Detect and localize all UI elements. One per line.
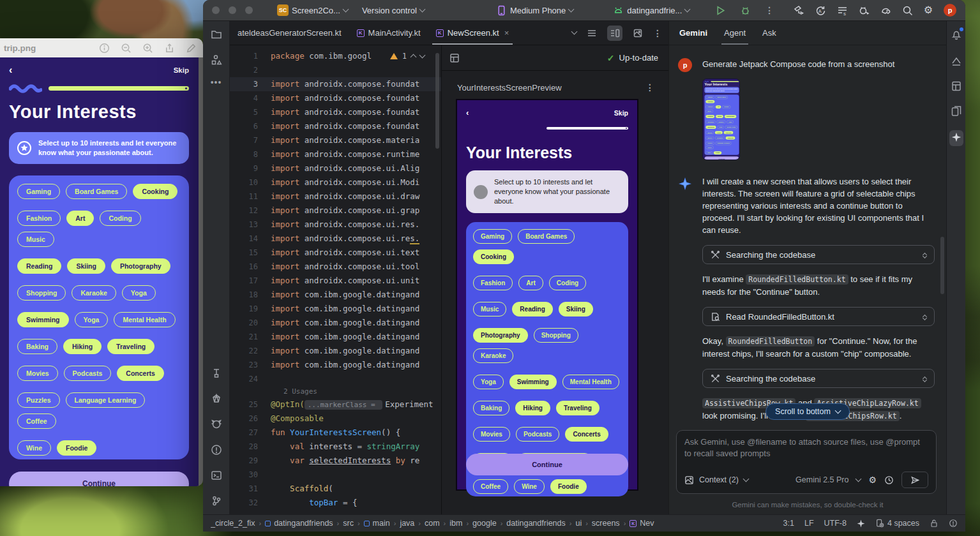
code-line[interactable]: 18import com.ibm.google.datingand — [230, 288, 441, 302]
file-encoding[interactable]: UTF-8 — [824, 519, 847, 528]
interest-chip[interactable]: Photography — [473, 328, 528, 343]
code-line[interactable]: 12import androidx.compose.ui.grap — [230, 204, 441, 218]
sync-project-icon[interactable]: A — [815, 5, 826, 16]
interest-chip[interactable]: Cooking — [473, 249, 514, 264]
interest-chip[interactable]: Puzzles — [17, 392, 60, 408]
device-selector[interactable]: Medium Phone — [491, 5, 578, 16]
interest-chip[interactable]: Skiing — [559, 302, 593, 316]
interest-chip[interactable]: Gaming — [473, 229, 512, 244]
code-view-button[interactable] — [584, 26, 599, 41]
code-line[interactable]: 19import com.ibm.google.datingand — [230, 302, 441, 316]
share-icon[interactable] — [164, 43, 175, 54]
info-icon[interactable] — [99, 43, 110, 54]
vcs-widget[interactable]: Version control — [357, 6, 430, 15]
interest-chip[interactable]: Mental Health — [562, 375, 619, 389]
tab-mainactivity[interactable]: K MainActivity.kt — [349, 21, 428, 45]
gemini-toolwindow-button[interactable] — [949, 130, 963, 146]
code-line[interactable]: 24 — [230, 372, 441, 386]
tool-call-search-2[interactable]: Searching the codebase — [702, 369, 935, 388]
user-avatar[interactable]: p — [944, 4, 956, 17]
interest-chip[interactable]: Art — [518, 276, 543, 290]
markup-pencil-icon[interactable] — [186, 43, 197, 54]
interest-chip[interactable]: Fashion — [17, 211, 61, 226]
code-line[interactable]: 5import androidx.compose.foundat — [230, 105, 441, 119]
interest-chip[interactable]: Concerts — [117, 366, 164, 381]
interest-chip[interactable]: Yoga — [122, 285, 156, 301]
split-view-button[interactable] — [607, 26, 622, 41]
interest-chip[interactable]: Podcasts — [516, 427, 559, 442]
context-selector[interactable]: Context (2) — [699, 475, 739, 484]
search-everywhere-icon[interactable] — [902, 5, 913, 16]
tab-dateideasgeneratorscreen[interactable]: ateldeasGeneratorScreen.kt — [230, 21, 349, 45]
preview-layout-icon[interactable] — [449, 53, 460, 63]
preview-menu-icon[interactable]: ⋮ — [645, 82, 654, 93]
breadcrumb-item[interactable]: src — [343, 519, 354, 528]
interest-chip[interactable]: Music — [17, 232, 54, 247]
code-line[interactable]: 10import androidx.compose.ui.Modi — [230, 175, 441, 190]
breadcrumb-item[interactable]: datingandfriends — [265, 519, 333, 528]
breadcrumb-item[interactable]: com — [425, 519, 440, 528]
code-line[interactable]: 7import androidx.compose.materia — [230, 133, 441, 147]
code-line[interactable]: 8import androidx.compose.runtime — [230, 147, 441, 161]
interest-chip[interactable]: Shopping — [17, 285, 66, 301]
running-devices-icon[interactable] — [951, 105, 962, 117]
logcat-cat-icon[interactable] — [211, 419, 222, 430]
code-line[interactable]: 2 — [230, 63, 441, 77]
interest-chip[interactable]: Foodie — [550, 479, 587, 494]
code-line[interactable]: 3import androidx.compose.foundat — [230, 77, 441, 91]
more-actions-button[interactable]: ⋮ — [760, 5, 779, 15]
interest-chip[interactable]: Wine — [514, 479, 545, 494]
lock-icon[interactable] — [930, 519, 939, 528]
interest-chip[interactable]: Concerts — [565, 427, 608, 442]
chat-settings-icon[interactable]: ⚙ — [868, 475, 877, 485]
breadcrumb-item[interactable]: ui — [575, 519, 582, 528]
interest-chip[interactable]: Traveling — [107, 339, 155, 354]
interest-chip[interactable]: Gaming — [17, 184, 60, 199]
code-line[interactable]: 21import com.ibm.google.datingand — [230, 330, 441, 344]
interest-chip[interactable]: Movies — [17, 366, 58, 381]
code-line[interactable]: 29 var selectedInterests by re — [230, 454, 441, 468]
zoom-out-icon[interactable] — [121, 43, 132, 54]
problems-icon[interactable] — [211, 444, 222, 456]
close-tab-icon[interactable]: × — [504, 28, 509, 38]
code-line[interactable]: 16import androidx.compose.ui.tool — [230, 260, 441, 274]
git-branch-icon[interactable] — [211, 495, 222, 507]
attach-image-icon[interactable] — [684, 475, 694, 485]
interest-chip[interactable]: Baking — [473, 401, 509, 415]
interest-chip[interactable]: Movies — [473, 427, 510, 442]
code-line[interactable]: 20import com.ibm.google.datingand — [230, 316, 441, 330]
interest-chip[interactable]: Coding — [100, 211, 140, 226]
send-button[interactable] — [901, 472, 928, 488]
tab-newscreen[interactable]: K NewScreen.kt × — [428, 21, 517, 45]
breadcrumb-item[interactable]: google — [472, 519, 497, 528]
device-explorer-icon[interactable] — [951, 56, 962, 67]
inspection-widget[interactable]: 1 — [390, 49, 425, 63]
chat-input[interactable] — [684, 436, 928, 472]
code-line[interactable]: 30 — [230, 468, 441, 482]
profiler-icon[interactable] — [859, 5, 870, 16]
continue-button[interactable]: Continue — [9, 472, 189, 486]
code-editor[interactable]: 1package com.ibm.googl23import androidx.… — [230, 45, 442, 514]
interest-chip[interactable]: Cooking — [133, 184, 177, 199]
code-line[interactable]: 6import androidx.compose.foundat — [230, 119, 441, 133]
line-ending[interactable]: LF — [804, 519, 814, 528]
expand-collapse-icon[interactable] — [923, 251, 926, 258]
interest-chip[interactable]: Language Learning — [66, 392, 146, 408]
interest-chip[interactable]: Coding — [549, 276, 586, 290]
close-window-button[interactable] — [212, 6, 220, 14]
structure-icon[interactable] — [211, 54, 222, 66]
interest-chip[interactable]: Hiking — [515, 401, 550, 415]
code-line[interactable]: 17import androidx.compose.ui.unit — [230, 274, 441, 288]
tab-agent[interactable]: Agent — [724, 21, 746, 45]
project-folder-icon[interactable] — [211, 29, 222, 40]
code-line[interactable]: 4import androidx.compose.foundat — [230, 91, 441, 105]
code-line[interactable]: 31 Scaffold( — [230, 482, 441, 496]
interest-chip[interactable]: Music — [473, 302, 506, 316]
more-tool-windows-icon[interactable]: ••• — [211, 80, 222, 85]
notifications-button[interactable] — [951, 29, 962, 42]
tab-list-chevron-icon[interactable] — [571, 29, 578, 35]
gradle-sync-icon[interactable] — [880, 5, 891, 16]
code-line[interactable]: 13import androidx.compose.ui.res. — [230, 218, 441, 232]
model-selector[interactable]: Gemini 2.5 Pro — [795, 475, 848, 484]
interest-chip[interactable]: Coffee — [17, 413, 56, 429]
